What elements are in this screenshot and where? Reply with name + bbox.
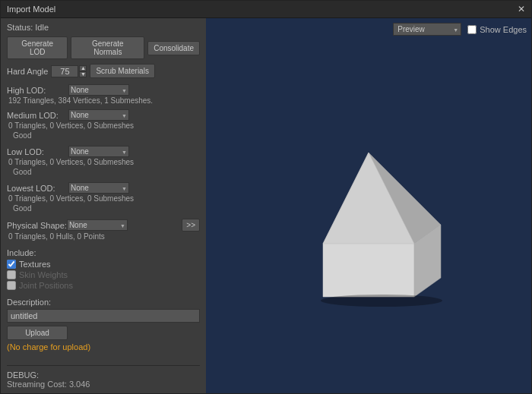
upload-button[interactable]: Upload — [7, 326, 68, 340]
consolidate-button[interactable]: Consolidate — [147, 41, 200, 55]
medium-lod-section: Medium LOD: None Generate 0 Triangles, 0… — [7, 109, 200, 143]
physical-shape-info: 0 Triangles, 0 Hulls, 0 Points — [8, 232, 200, 241]
hard-angle-label: Hard Angle — [7, 67, 48, 76]
lowest-lod-select[interactable]: None Generate — [68, 182, 129, 194]
scrub-materials-button[interactable]: Scrub Materials — [90, 64, 154, 78]
skin-weights-checkbox[interactable] — [7, 270, 16, 279]
toolbar-row: Generate LOD Generate Normals Consolidat… — [7, 36, 200, 59]
preview-dropdown[interactable]: Preview Wireframe Smooth — [393, 23, 461, 36]
lowest-lod-section: Lowest LOD: None Generate 0 Triangles, 0… — [7, 182, 200, 216]
physical-shape-label: Physical Shape: — [7, 221, 67, 230]
model-svg — [270, 92, 467, 320]
status-line: Status: Idle — [7, 23, 200, 32]
skin-weights-label: Skin Weights — [19, 270, 68, 279]
status-label: Status: — [7, 23, 33, 32]
no-charge-text: (No charge for upload) — [7, 342, 200, 351]
preview-panel: Preview Wireframe Smooth Show Edges — [206, 18, 531, 393]
show-edges-checkbox[interactable] — [467, 25, 477, 34]
description-label: Description: — [7, 298, 200, 307]
high-lod-info: 192 Triangles, 384 Vertices, 1 Submeshes… — [8, 96, 200, 105]
low-lod-row: Low LOD: None Generate — [7, 146, 200, 157]
expand-button[interactable]: >> — [182, 219, 200, 232]
physical-inner: Physical Shape: None Generate >> — [7, 219, 200, 232]
high-lod-label: High LOD: — [7, 86, 64, 95]
hard-angle-spinner: ▲ ▼ — [51, 65, 87, 77]
low-lod-select[interactable]: None Generate — [68, 146, 129, 157]
main-content: Status: Idle Generate LOD Generate Norma… — [1, 18, 531, 393]
textures-checkbox[interactable] — [7, 260, 16, 269]
low-lod-select-wrapper: None Generate — [68, 146, 129, 157]
title-bar: Import Model ✕ — [1, 1, 531, 18]
joint-positions-row: Joint Positions — [7, 281, 200, 290]
medium-lod-good: Good — [13, 131, 200, 140]
window-title: Import Model — [7, 5, 55, 14]
high-lod-row: High LOD: None Generate — [7, 84, 200, 96]
debug-label: DEBUG: — [7, 370, 200, 380]
low-lod-section: Low LOD: None Generate 0 Triangles, 0 Ve… — [7, 146, 200, 179]
high-lod-section: High LOD: None Generate 192 Triangles, 3… — [7, 84, 200, 106]
physical-shape-row: Physical Shape: None Generate >> — [7, 219, 200, 232]
medium-lod-label: Medium LOD: — [7, 111, 64, 120]
medium-lod-row: Medium LOD: None Generate — [7, 109, 200, 121]
physical-shape-section: Physical Shape: None Generate >> 0 Trian… — [7, 219, 200, 242]
generate-normals-button[interactable]: Generate Normals — [71, 36, 144, 59]
medium-lod-select-wrapper: None Generate — [68, 109, 129, 121]
lowest-lod-label: Lowest LOD: — [7, 184, 64, 193]
joint-positions-checkbox[interactable] — [7, 281, 16, 290]
streaming-cost-value: 3.046 — [69, 380, 90, 389]
status-value: Idle — [35, 23, 49, 32]
lowest-lod-row: Lowest LOD: None Generate — [7, 182, 200, 194]
medium-lod-select[interactable]: None Generate — [68, 109, 129, 121]
generate-lod-button[interactable]: Generate LOD — [7, 36, 68, 59]
hard-angle-input[interactable] — [51, 65, 78, 77]
svg-marker-0 — [323, 244, 414, 297]
description-section: Description: Upload (No charge for uploa… — [7, 298, 200, 351]
high-lod-select-wrapper: None Generate — [68, 84, 129, 96]
physical-shape-select[interactable]: None Generate — [67, 219, 128, 231]
streaming-cost: Streaming Cost: 3.046 — [7, 380, 200, 389]
close-button[interactable]: ✕ — [518, 4, 525, 14]
include-label: Include: — [7, 248, 200, 257]
spinner-up[interactable]: ▲ — [79, 65, 87, 71]
import-model-window: Import Model ✕ Status: Idle Generate LOD… — [0, 0, 532, 394]
low-lod-good: Good — [13, 168, 200, 176]
debug-section: DEBUG: Streaming Cost: 3.046 — [7, 365, 200, 389]
show-edges-row: Show Edges — [467, 25, 527, 34]
spinner-arrows: ▲ ▼ — [79, 65, 87, 77]
joint-positions-label: Joint Positions — [19, 281, 73, 290]
low-lod-info: 0 Triangles, 0 Vertices, 0 Submeshes — [8, 158, 200, 166]
model-preview — [270, 92, 467, 320]
streaming-cost-label: Streaming Cost: — [7, 380, 67, 389]
spinner-down[interactable]: ▼ — [79, 71, 87, 77]
svg-point-6 — [321, 295, 442, 307]
low-lod-label: Low LOD: — [7, 147, 64, 156]
physical-shape-select-wrapper: None Generate — [67, 219, 128, 231]
preview-select-wrapper: Preview Wireframe Smooth — [393, 23, 461, 36]
include-section: Include: Textures Skin Weights Joint Pos… — [7, 248, 200, 292]
show-edges-label: Show Edges — [480, 25, 527, 34]
left-panel: Status: Idle Generate LOD Generate Norma… — [1, 18, 206, 393]
preview-controls: Preview Wireframe Smooth Show Edges — [393, 23, 527, 36]
textures-row: Textures — [7, 260, 200, 269]
lowest-lod-info: 0 Triangles, 0 Vertices, 0 Submeshes — [8, 194, 200, 203]
lowest-lod-good: Good — [13, 204, 200, 213]
description-input[interactable] — [7, 309, 200, 323]
skin-weights-row: Skin Weights — [7, 270, 200, 279]
textures-label: Textures — [19, 260, 51, 269]
hard-angle-row: Hard Angle ▲ ▼ Scrub Materials — [7, 64, 200, 78]
lowest-lod-select-wrapper: None Generate — [68, 182, 129, 194]
high-lod-select[interactable]: None Generate — [68, 84, 129, 96]
medium-lod-info: 0 Triangles, 0 Vertices, 0 Submeshes — [8, 121, 200, 130]
